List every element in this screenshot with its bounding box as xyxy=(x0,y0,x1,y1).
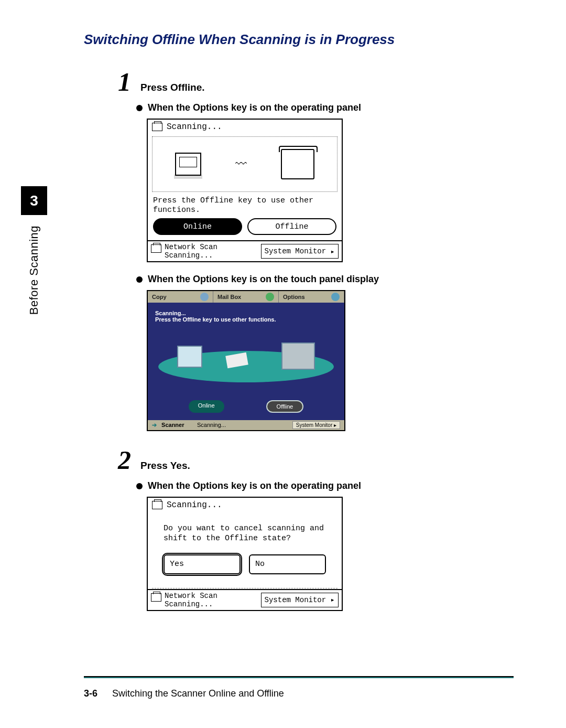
pc-icon xyxy=(175,153,201,176)
step-text: Press Offline. xyxy=(140,82,205,93)
mailbox-icon xyxy=(266,293,274,301)
chapter-sidebar: 3 Before Scanning xyxy=(21,186,47,375)
pc-icon xyxy=(177,346,202,368)
link-icon: 〰 xyxy=(235,157,247,171)
yes-button[interactable]: Yes xyxy=(164,554,241,574)
scanner-icon xyxy=(151,593,161,602)
screen-title: Scanning... xyxy=(167,122,222,132)
section-title: Switching Offline When Scanning is in Pr… xyxy=(84,31,514,48)
tab-mailbox[interactable]: Mail Box xyxy=(213,291,279,303)
bullet-icon xyxy=(136,276,143,283)
touch-footer-status: Scanning... xyxy=(197,422,226,428)
copy-icon xyxy=(200,293,209,301)
bullet-icon xyxy=(136,105,143,111)
scanner-icon xyxy=(152,501,162,509)
footer-status: Scanning... xyxy=(165,251,258,260)
online-button[interactable]: Online xyxy=(153,218,242,235)
page-number: 3-6 xyxy=(84,688,97,699)
lcd-screen-confirm: Scanning... Do you want to cancel scanni… xyxy=(147,497,343,611)
touch-msg-1: Scanning... xyxy=(155,310,186,316)
system-monitor-button[interactable]: System Monitor ▸ xyxy=(292,421,340,429)
offline-button[interactable]: Offline xyxy=(247,218,336,235)
chapter-number: 3 xyxy=(21,186,47,215)
dialog-message: Do you want to cancel scanning and shift… xyxy=(164,524,326,544)
footer-title: Switching the Scanner Online and Offline xyxy=(112,688,284,699)
touch-diagram xyxy=(153,327,339,395)
bullet-op-panel-2: When the Options key is on the operating… xyxy=(136,480,514,491)
screen-diagram: 〰 xyxy=(152,136,338,192)
step-text: Press Yes. xyxy=(140,460,190,472)
chapter-label: Before Scanning xyxy=(27,226,41,315)
copier-icon xyxy=(281,342,315,370)
options-icon xyxy=(331,293,340,301)
tab-options[interactable]: Options xyxy=(279,291,344,303)
step-number: 2 xyxy=(118,447,131,473)
footer-mode: Network Scan xyxy=(165,592,258,600)
system-monitor-button[interactable]: System Monitor ▸ xyxy=(261,244,339,259)
bullet-label: When the Options key is on the operating… xyxy=(148,480,361,491)
bullet-icon xyxy=(136,483,143,489)
step-2: 2 Press Yes. xyxy=(118,447,514,473)
system-monitor-button[interactable]: System Monitor ▸ xyxy=(261,593,339,607)
copier-icon xyxy=(281,149,314,179)
footer-status: Scanning... xyxy=(165,600,258,608)
bullet-op-panel: When the Options key is on the operating… xyxy=(136,102,514,113)
no-button[interactable]: No xyxy=(249,554,326,574)
offline-button[interactable]: Offline xyxy=(266,400,304,413)
touch-msg-2: Press the Offline key to use other funct… xyxy=(155,316,276,323)
page-footer: 3-6 Switching the Scanner Online and Off… xyxy=(84,688,284,699)
bullet-touch-panel: When the Options key is on the touch pan… xyxy=(136,274,514,285)
scanner-icon xyxy=(151,244,161,253)
touch-panel-screen: Copy Mail Box Options Scanning... Press … xyxy=(147,290,345,431)
step-number: 1 xyxy=(118,69,131,95)
screen-hint: Press the Offline key to use other funct… xyxy=(148,196,342,218)
bullet-label: When the Options key is on the touch pan… xyxy=(148,274,379,285)
footer-rule xyxy=(84,676,514,678)
step-1: 1 Press Offline. xyxy=(118,69,514,95)
lcd-screen-offline: Scanning... 〰 Press the Offline key to u… xyxy=(147,119,343,262)
touch-footer-mode: Scanner xyxy=(161,422,184,428)
screen-title: Scanning... xyxy=(167,500,222,510)
footer-mode: Network Scan xyxy=(165,243,258,251)
online-button[interactable]: Online xyxy=(189,400,224,413)
scanner-icon xyxy=(152,123,162,131)
tab-copy[interactable]: Copy xyxy=(148,291,213,303)
bullet-label: When the Options key is on the operating… xyxy=(148,102,361,113)
arrow-icon: ➔ xyxy=(152,422,157,428)
